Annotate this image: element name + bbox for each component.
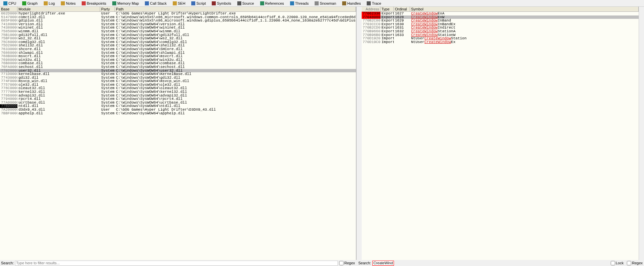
- symbols-scrollbar[interactable]: [639, 7, 644, 260]
- modules-filter-input[interactable]: [15, 261, 338, 266]
- module-row[interactable]: 76FA0000sechost.dllSystemC:\Windows\SysW…: [0, 65, 356, 69]
- source-tab[interactable]: Source: [235, 1, 257, 6]
- module-row[interactable]: 7A200000d3dx9_43.dllUserC:\GOG Games\Hyp…: [0, 108, 356, 112]
- regex-checkbox-left[interactable]: Regex: [339, 261, 355, 265]
- symbol-row[interactable]: 770B9660Export1632CreateWindowStationA: [362, 30, 639, 33]
- module-party: System: [100, 94, 115, 98]
- module-row[interactable]: 768B0000msvcrt.dllSystemC:\Windows\SysWO…: [0, 54, 356, 58]
- module-row[interactable]: 77430000gdi32.dllSystemC:\Windows\SysWOW…: [0, 76, 356, 80]
- module-path: C:\Windows\SysWOW64\comdlg32.dll: [115, 40, 356, 44]
- col-type[interactable]: Type: [380, 7, 394, 11]
- threads-tab[interactable]: Threads: [287, 1, 311, 6]
- symbol-name: CreateWindowInBand: [410, 19, 639, 23]
- module-row[interactable]: 51470000comctl32.dllSystemC:\Windows\Win…: [0, 15, 356, 19]
- symbols-list[interactable]: 77062330Export1627CreateWindowExA7704808…: [362, 12, 639, 260]
- module-name: kernel32.dll: [17, 90, 100, 94]
- snowman-tab-icon: [315, 1, 319, 5]
- module-row[interactable]: 75BF0000ws2_32.dllSystemC:\Windows\SysWO…: [0, 37, 356, 40]
- symbol-row[interactable]: 770D1920ImportNtUserCreateWindowStation: [362, 37, 639, 40]
- col-party[interactable]: Party: [100, 7, 115, 11]
- module-row[interactable]: 77770000kernel32.dllSystemC:\Windows\Sys…: [0, 90, 356, 94]
- module-name: shcore.dll: [17, 47, 100, 51]
- module-row[interactable]: 77860000advapi32.dllSystemC:\Windows\Sys…: [0, 94, 356, 98]
- modules-pane: Base Module Party Path 002D0000hyperligh…: [0, 7, 356, 260]
- module-name: apphelp.dll: [17, 112, 100, 115]
- symbol-row[interactable]: 770D19C0ImportNtUserCreateWindowEx: [362, 40, 639, 44]
- module-row[interactable]: 776C0000oleaut32.dllSystemC:\Windows\Sys…: [0, 86, 356, 90]
- log-tab-icon: [44, 1, 48, 5]
- module-row[interactable]: 74180000version.dllSystemC:\Windows\SysW…: [0, 23, 356, 26]
- module-base: 75C60000: [0, 40, 17, 44]
- module-party: System: [100, 30, 115, 33]
- memorymap-tab[interactable]: Memory Map: [110, 1, 142, 6]
- module-party: User: [100, 12, 115, 15]
- module-row[interactable]: 77570000ole32.dllSystemC:\Windows\SysWOW…: [0, 83, 356, 87]
- cpu-tab-label: CPU: [8, 1, 16, 5]
- module-row[interactable]: 77B90000ntdll.dllSystemC:\Windows\SysWOW…: [0, 104, 356, 108]
- col-base[interactable]: Base: [0, 7, 17, 11]
- cpu-tab[interactable]: CPU: [1, 1, 19, 6]
- module-row[interactable]: 685F0000gdiplus.dllSystemC:\Windows\WinS…: [0, 19, 356, 23]
- module-base: 75D20000: [0, 44, 17, 47]
- regex-checkbox-right[interactable]: Regex: [627, 261, 643, 265]
- module-row[interactable]: 76980000win32u.dllSystemC:\Windows\SysWO…: [0, 58, 356, 62]
- col-ordinal[interactable]: Ordinal: [394, 7, 410, 11]
- symbol-type: Export: [380, 26, 394, 30]
- symbol-row[interactable]: 7703CCC0Export1630CreateWindowInBandEx: [362, 23, 639, 26]
- module-party: System: [100, 104, 115, 108]
- module-party: System: [100, 76, 115, 80]
- lock-checkbox[interactable]: Lock: [611, 261, 623, 265]
- col-address[interactable]: Address: [362, 7, 380, 11]
- symbol-row[interactable]: 770B2C80Export1629CreateWindowInBand: [362, 19, 639, 23]
- trace-tab[interactable]: Trace: [364, 1, 384, 6]
- module-row[interactable]: 77940000rpcrt4.dllSystemC:\Windows\SysWO…: [0, 97, 356, 101]
- module-base: 76860000: [0, 51, 17, 55]
- seh-tab[interactable]: SEH: [170, 1, 188, 6]
- module-row[interactable]: 771D0000kernelbase.dllSystemC:\Windows\S…: [0, 72, 356, 76]
- module-row[interactable]: 75C60000comdlg32.dllSystemC:\Windows\Sys…: [0, 40, 356, 44]
- memorymap-tab-label: Memory Map: [117, 1, 139, 5]
- module-row[interactable]: 75B10000gdi32full.dllSystemC:\Windows\Sy…: [0, 33, 356, 37]
- module-path: C:\Windows\SysWOW64\ws2_32.dll: [115, 37, 356, 40]
- module-row[interactable]: 75850000winmm.dllSystemC:\Windows\SysWOW…: [0, 30, 356, 33]
- module-row[interactable]: 76860000shlwapi.dllSystemC:\Windows\SysW…: [0, 51, 356, 55]
- script-tab[interactable]: Script: [189, 1, 208, 6]
- module-row[interactable]: 75D20000shell32.dllSystemC:\Windows\SysW…: [0, 44, 356, 47]
- log-tab[interactable]: Log: [41, 1, 57, 6]
- graph-tab[interactable]: Graph: [19, 1, 40, 6]
- module-row[interactable]: 76B80000combase.dllSystemC:\Windows\SysW…: [0, 62, 356, 65]
- module-row[interactable]: 77020000user32.dllSystemC:\Windows\SysWO…: [0, 69, 356, 73]
- symbols-search-input[interactable]: [372, 261, 394, 266]
- symbol-row[interactable]: 770B96B0Export1633CreateWindowStationW: [362, 33, 639, 37]
- symbol-row[interactable]: 77062330Export1627CreateWindowExA: [362, 12, 639, 15]
- module-row[interactable]: 77A00000ucrtbase.dllSystemC:\Windows\Sys…: [0, 101, 356, 105]
- notes-tab[interactable]: Notes: [58, 1, 78, 6]
- symbol-type: Export: [380, 33, 394, 37]
- notes-tab-icon: [61, 1, 65, 5]
- module-row[interactable]: 774F0000msvcp_win.dllSystemC:\Windows\Sy…: [0, 79, 356, 83]
- handles-tab[interactable]: Handles: [339, 1, 363, 6]
- module-name: shlwapi.dll: [17, 51, 100, 55]
- modules-list[interactable]: 002D0000hyperlightdrifter.exeUserC:\GOG …: [0, 12, 356, 260]
- module-party: System: [100, 58, 115, 62]
- symbols-tab[interactable]: Symbols: [209, 1, 234, 6]
- snowman-tab-label: Snowman: [320, 1, 336, 5]
- module-row[interactable]: 76330000shcore.dllSystemC:\Windows\SysWO…: [0, 47, 356, 51]
- symbol-row[interactable]: 770B2CD0Export1631CreateWindowIndirect: [362, 26, 639, 30]
- callstack-tab[interactable]: Call Stack: [142, 1, 169, 6]
- col-path[interactable]: Path: [115, 7, 356, 11]
- modules-scrollbar[interactable]: [356, 7, 362, 260]
- module-base: 75B10000: [0, 33, 17, 37]
- module-row[interactable]: 7BBF0000apphelp.dllSystemC:\Windows\SysW…: [0, 112, 356, 115]
- col-symbol[interactable]: Symbol: [410, 7, 639, 11]
- snowman-tab[interactable]: Snowman: [312, 1, 339, 6]
- references-tab[interactable]: References: [257, 1, 287, 6]
- module-party: System: [100, 44, 115, 47]
- col-module[interactable]: Module: [17, 7, 100, 11]
- seh-tab-icon: [173, 1, 177, 5]
- module-row[interactable]: 002D0000hyperlightdrifter.exeUserC:\GOG …: [0, 12, 356, 15]
- module-path: C:\Windows\SysWOW64\kernel32.dll: [115, 90, 356, 94]
- breakpoints-tab[interactable]: Breakpoints: [79, 1, 109, 6]
- symbol-row[interactable]: 77048080Export1628CreateWindowExW: [362, 15, 639, 19]
- module-row[interactable]: 74380000wininet.dllSystemC:\Windows\SysW…: [0, 26, 356, 30]
